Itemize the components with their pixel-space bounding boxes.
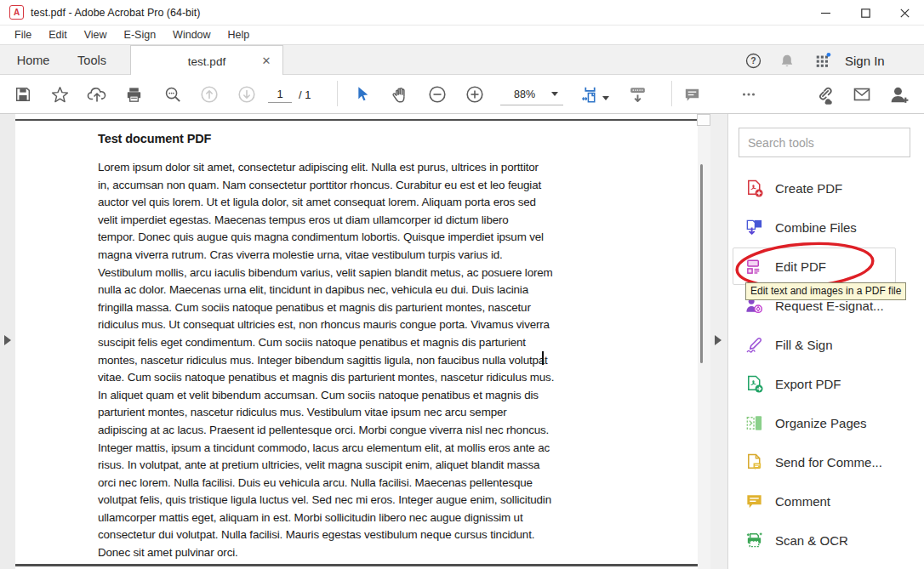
tool-item-label: Export PDF xyxy=(775,377,841,391)
bell-icon xyxy=(779,53,795,69)
tab-document[interactable]: test.pdf ✕ xyxy=(130,45,283,77)
fit-width-icon xyxy=(579,84,601,105)
email-button[interactable] xyxy=(847,80,876,109)
more-tools-button[interactable] xyxy=(734,80,763,109)
share-link-button[interactable] xyxy=(809,80,838,109)
scan-ocr-icon xyxy=(744,530,764,550)
zoom-in-button[interactable] xyxy=(460,80,489,109)
edit-pdf-icon xyxy=(744,256,764,276)
tool-item-create-pdf[interactable]: Create PDF xyxy=(733,173,900,203)
menu-help[interactable]: Help xyxy=(220,26,259,44)
previous-page-button[interactable] xyxy=(195,80,224,109)
create-pdf-icon xyxy=(744,178,764,198)
main-toolbar: / 1 xyxy=(0,75,924,114)
ellipsis-icon xyxy=(739,85,758,104)
collapse-tools-panel-button[interactable] xyxy=(715,335,722,345)
tool-item-send-for-comments[interactable]: Send for Comme... xyxy=(733,447,900,477)
send-for-comments-icon xyxy=(744,452,764,472)
search-tools-input[interactable] xyxy=(739,128,910,157)
next-page-button[interactable] xyxy=(232,80,261,109)
tool-item-combine-files[interactable]: Combine Files xyxy=(733,212,900,242)
save-button[interactable] xyxy=(9,80,37,109)
share-with-people-button[interactable] xyxy=(884,80,913,109)
page-bottom-edge xyxy=(15,564,711,566)
tool-item-scan-ocr[interactable]: Scan & OCR xyxy=(733,525,900,555)
print-button[interactable] xyxy=(119,80,148,109)
star-favorite-button[interactable] xyxy=(45,80,74,109)
menu-esign[interactable]: E-Sign xyxy=(116,26,165,44)
document-area: Test document PDF Lorem ipsum dolor sit … xyxy=(0,114,924,569)
apps-grid-icon xyxy=(814,52,831,69)
page-count-label: / 1 xyxy=(299,88,311,101)
comment-tool-button[interactable] xyxy=(677,80,706,109)
minimize-button[interactable] xyxy=(806,0,845,26)
fit-width-button[interactable] xyxy=(575,80,604,109)
tab-home[interactable]: Home xyxy=(11,45,55,76)
notifications-button[interactable] xyxy=(772,45,802,76)
expand-left-panel-button[interactable] xyxy=(4,335,11,345)
maximize-button[interactable] xyxy=(846,0,885,26)
title-bar: A test.pdf - Adobe Acrobat Pro (64-bit) xyxy=(0,0,924,26)
menu-window[interactable]: Window xyxy=(164,26,219,44)
tool-item-export-pdf[interactable]: Export PDF xyxy=(733,368,900,399)
zoom-in-icon xyxy=(465,84,485,105)
tool-item-label: Combine Files xyxy=(775,220,857,235)
maximize-icon xyxy=(861,9,870,18)
document-body-text: Lorem ipsum dolor sit amet, consectetur … xyxy=(98,159,642,564)
text-cursor xyxy=(542,351,544,365)
find-button[interactable] xyxy=(158,80,187,109)
tab-close-icon[interactable]: ✕ xyxy=(259,46,274,77)
export-pdf-icon xyxy=(744,373,764,394)
sign-in-button[interactable]: Sign In xyxy=(838,54,885,68)
acrobat-icon: A xyxy=(9,5,24,20)
apps-grid-button[interactable] xyxy=(807,45,838,76)
email-icon xyxy=(852,84,872,105)
save-icon xyxy=(14,85,32,104)
help-button[interactable]: ? xyxy=(738,45,768,76)
hide-toolbars-button[interactable] xyxy=(623,80,652,109)
tab-tools[interactable]: Tools xyxy=(68,45,116,76)
hand-tool-button[interactable] xyxy=(385,80,414,109)
tab-bar: Home Tools test.pdf ✕ ? xyxy=(0,44,924,75)
document-scrollbar-thumb[interactable] xyxy=(700,164,703,363)
svg-text:?: ? xyxy=(750,56,756,65)
page-number-input[interactable] xyxy=(268,86,292,103)
hide-toolbars-icon xyxy=(627,84,648,105)
tool-item-label: Comment xyxy=(775,494,830,509)
select-cursor-icon xyxy=(352,85,371,104)
tool-item-edit-pdf[interactable]: Edit PDF xyxy=(733,251,900,282)
menu-bar: File Edit View E-Sign Window Help xyxy=(0,26,924,44)
scrollbar-top-button[interactable] xyxy=(697,114,710,126)
zoom-level-dropdown[interactable]: 88% xyxy=(500,83,563,105)
zoom-level-value: 88% xyxy=(514,88,535,100)
chevron-down-icon xyxy=(551,92,558,96)
tab-document-label: test.pdf xyxy=(188,47,225,77)
zoom-out-icon xyxy=(427,84,448,105)
tool-item-label: Send for Comme... xyxy=(775,455,882,469)
help-icon: ? xyxy=(745,53,761,69)
notification-dot xyxy=(827,53,831,57)
document-page[interactable]: Test document PDF Lorem ipsum dolor sit … xyxy=(15,119,698,564)
tool-item-comment[interactable]: Comment xyxy=(733,486,900,516)
tool-item-label: Request E-signat... xyxy=(775,299,884,313)
tool-item-label: Create PDF xyxy=(775,181,842,196)
share-link-icon xyxy=(813,84,835,105)
menu-edit[interactable]: Edit xyxy=(40,26,76,44)
edit-pdf-tooltip: Edit text and images in a PDF file xyxy=(745,282,906,300)
tool-item-organize-pages[interactable]: Organize Pages xyxy=(733,407,900,438)
close-button[interactable] xyxy=(885,0,924,26)
menu-view[interactable]: View xyxy=(76,26,116,44)
tool-item-label: Edit PDF xyxy=(775,259,826,274)
document-heading: Test document PDF xyxy=(98,132,211,145)
tool-item-fill-sign[interactable]: Fill & Sign xyxy=(733,329,900,360)
combine-files-icon xyxy=(744,217,764,237)
upload-cloud-button[interactable] xyxy=(83,80,111,109)
close-icon xyxy=(900,9,910,18)
person-add-icon xyxy=(888,84,910,105)
next-page-icon xyxy=(237,84,257,105)
fit-width-chevron-icon[interactable] xyxy=(602,96,609,100)
menu-file[interactable]: File xyxy=(6,26,40,44)
select-tool-button[interactable] xyxy=(347,80,376,109)
zoom-out-button[interactable] xyxy=(423,80,452,109)
tools-panel: Create PDF Combine Files xyxy=(728,114,924,569)
